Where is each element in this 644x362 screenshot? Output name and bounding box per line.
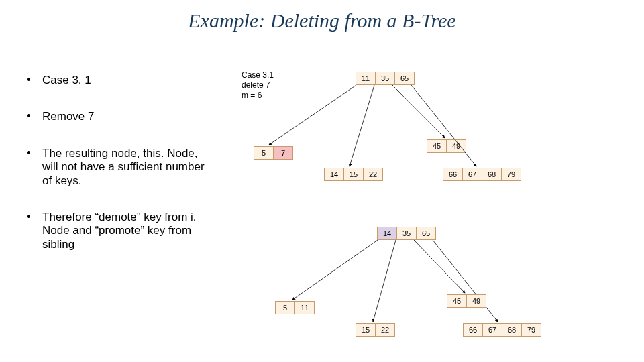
svg-line-0 bbox=[269, 85, 356, 145]
svg-line-6 bbox=[414, 240, 465, 293]
svg-line-3 bbox=[411, 85, 476, 166]
bullet-item: The resulting node, this. Node, will not… bbox=[27, 147, 215, 188]
btree-cell: 66 bbox=[463, 323, 483, 337]
btree-cell-highlight: 7 bbox=[273, 146, 293, 160]
btree-cell: 45 bbox=[447, 294, 467, 308]
bullet-item: Therefore “demote” key from i. Node and … bbox=[27, 210, 215, 251]
bullet-dot-icon bbox=[27, 215, 30, 218]
btree-cell: 67 bbox=[462, 168, 482, 181]
bullet-text: Case 3. 1 bbox=[42, 74, 215, 87]
d2-node-15-22: 15 22 bbox=[356, 323, 395, 337]
bullet-item: Remove 7 bbox=[27, 110, 215, 123]
btree-cell: 66 bbox=[443, 168, 463, 181]
btree-cell: 5 bbox=[275, 301, 295, 314]
btree-cell: 79 bbox=[521, 323, 541, 337]
btree-cell-promoted: 14 bbox=[377, 227, 397, 240]
btree-cell: 67 bbox=[482, 323, 502, 337]
d2-node-66-79: 66 67 68 79 bbox=[463, 323, 541, 337]
btree-cell: 22 bbox=[375, 323, 395, 337]
d1-root-node: 11 35 65 bbox=[356, 72, 415, 85]
bullet-dot-icon bbox=[27, 151, 30, 154]
bullet-item: Case 3. 1 bbox=[27, 74, 215, 87]
bullet-dot-icon bbox=[27, 114, 30, 117]
svg-line-5 bbox=[373, 240, 396, 322]
btree-cell: 65 bbox=[394, 72, 415, 85]
d1-node-66-79: 66 67 68 79 bbox=[443, 168, 521, 181]
btree-cell: 35 bbox=[375, 72, 395, 85]
btree-cell: 49 bbox=[446, 139, 466, 153]
slide: Example: Deleting from a B-Tree Case 3. … bbox=[0, 0, 644, 362]
bullet-list: Case 3. 1 Remove 7 The resulting node, t… bbox=[27, 74, 215, 274]
svg-line-4 bbox=[292, 240, 378, 300]
btree-cell: 5 bbox=[254, 146, 274, 160]
d2-node-5-11: 5 11 bbox=[275, 301, 315, 314]
bullet-dot-icon bbox=[27, 78, 30, 81]
d2-node-45-49: 45 49 bbox=[447, 294, 486, 308]
bullet-text: Remove 7 bbox=[42, 110, 215, 123]
d2-root-node: 14 35 65 bbox=[377, 227, 436, 240]
btree-cell: 65 bbox=[416, 227, 436, 240]
svg-line-7 bbox=[433, 240, 498, 322]
btree-cell: 49 bbox=[466, 294, 486, 308]
btree-cell: 11 bbox=[356, 72, 376, 85]
btree-cell: 11 bbox=[294, 301, 315, 314]
btree-cell: 35 bbox=[396, 227, 417, 240]
d1-node-5-7: 5 7 bbox=[254, 146, 293, 160]
btree-cell: 68 bbox=[502, 323, 522, 337]
btree-cell: 15 bbox=[356, 323, 376, 337]
btree-cell: 15 bbox=[343, 168, 364, 181]
svg-line-2 bbox=[392, 85, 445, 138]
svg-line-1 bbox=[350, 85, 374, 166]
btree-cell: 22 bbox=[363, 168, 383, 181]
diagram1-annotation: Case 3.1 delete 7 m = 6 bbox=[241, 70, 274, 101]
bullet-text: Therefore “demote” key from i. Node and … bbox=[42, 210, 215, 251]
slide-title: Example: Deleting from a B-Tree bbox=[0, 9, 644, 32]
bullet-text: The resulting node, this. Node, will not… bbox=[42, 147, 215, 188]
btree-cell: 45 bbox=[427, 139, 447, 153]
btree-cell: 68 bbox=[482, 168, 502, 181]
btree-cell: 14 bbox=[324, 168, 344, 181]
d1-node-45-49: 45 49 bbox=[427, 139, 466, 153]
btree-cell: 79 bbox=[501, 168, 521, 181]
d1-node-14-15-22: 14 15 22 bbox=[324, 168, 383, 181]
